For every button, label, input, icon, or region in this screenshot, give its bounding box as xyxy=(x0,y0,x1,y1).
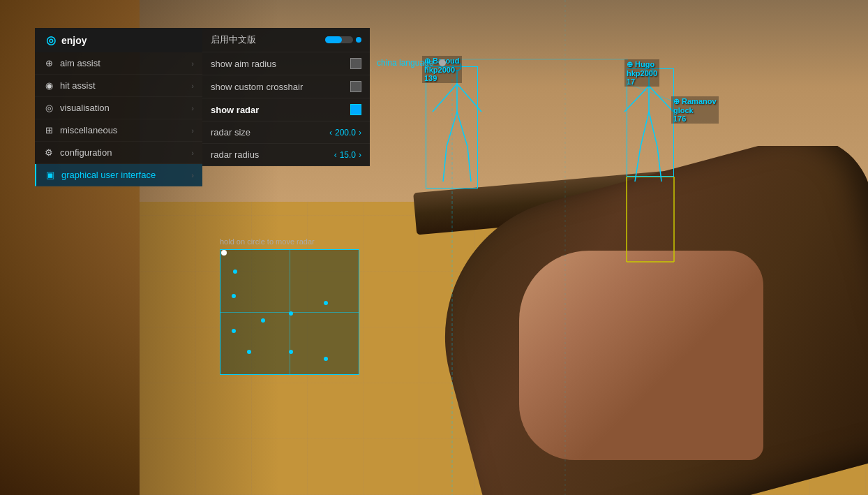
radar-dot xyxy=(232,294,236,298)
show-aim-radius-toggle[interactable] xyxy=(350,58,361,69)
submenu-item-show-radar[interactable]: show radar xyxy=(202,98,370,121)
radar-radius-increase[interactable]: › xyxy=(359,150,361,160)
sidebar-item-visualisation[interactable]: ◎ visualisation › xyxy=(35,97,202,119)
china-language-label: china language xyxy=(377,58,446,68)
svg-line-3 xyxy=(447,112,457,147)
hit-assist-label: hit assist xyxy=(60,80,96,91)
esp-label-hugo: ⊕ Hugo hkp2000 17 xyxy=(624,59,659,87)
radar-dot xyxy=(324,357,328,361)
radar-hint: hold on circle to move radar xyxy=(220,237,359,246)
svg-line-14 xyxy=(657,147,661,182)
hand xyxy=(519,251,763,460)
radar-size-label: radar size xyxy=(211,127,250,138)
sidebar-item-graphical-user-interface[interactable]: ▣ graphical user interface › xyxy=(35,164,202,186)
radar-dot xyxy=(261,318,265,323)
submenu-item-radar-radius[interactable]: radar radius ‹ 15.0 › xyxy=(202,144,370,166)
svg-line-11 xyxy=(641,112,649,147)
misc-label: miscellaneous xyxy=(60,125,117,135)
right-submenu: 启用中文版 show aim radius show custom crossh… xyxy=(202,28,370,166)
show-custom-crosshair-toggle[interactable] xyxy=(350,81,361,92)
show-aim-radius-label: show aim radius xyxy=(211,59,276,69)
radar-size-decrease[interactable]: ‹ xyxy=(329,128,332,138)
left-nav: ⊕ aim assist › ◉ hit assist › ◎ visualis… xyxy=(35,52,202,186)
radar-size-control[interactable]: ‹ 200.0 › xyxy=(329,128,361,138)
toggle-dot xyxy=(356,37,361,43)
svg-line-12 xyxy=(649,112,657,147)
visualisation-arrow: › xyxy=(191,104,194,112)
radar-dot xyxy=(247,350,251,354)
show-radar-toggle[interactable] xyxy=(350,104,361,115)
radar-radius-control[interactable]: ‹ 15.0 › xyxy=(334,150,361,160)
svg-line-6 xyxy=(467,147,471,182)
radar-radius-value: 15.0 xyxy=(340,150,356,160)
radar-radius-label: radar radius xyxy=(211,149,259,160)
svg-line-10 xyxy=(649,86,673,112)
aim-assist-arrow: › xyxy=(191,59,194,68)
aim-assist-icon: ⊕ xyxy=(43,58,54,68)
config-icon: ⚙ xyxy=(43,147,54,158)
misc-icon: ⊞ xyxy=(43,125,54,135)
china-language-text: china language xyxy=(377,58,433,68)
sidebar-item-miscellaneous[interactable]: ⊞ miscellaneous › xyxy=(35,119,202,142)
show-radar-label: show radar xyxy=(211,105,259,115)
radar-dot xyxy=(232,329,236,333)
visualisation-label: visualisation xyxy=(60,103,110,113)
radar-move-handle[interactable] xyxy=(221,250,227,256)
visualisation-icon: ◎ xyxy=(43,103,54,113)
sidebar-item-aim-assist[interactable]: ⊕ aim assist › xyxy=(35,52,202,75)
radar-dot xyxy=(289,350,293,354)
submenu-item-china-lang[interactable]: 启用中文版 xyxy=(202,28,370,52)
radar-radius-decrease[interactable]: ‹ xyxy=(334,150,337,160)
submenu-item-radar-size[interactable]: radar size ‹ 200.0 › xyxy=(202,121,370,144)
show-custom-crosshair-label: show custom crosshair xyxy=(211,82,303,92)
config-label: configuration xyxy=(60,147,112,158)
aim-assist-label: aim assist xyxy=(60,58,100,68)
china-language-toggle[interactable] xyxy=(439,59,446,66)
svg-line-13 xyxy=(635,147,641,182)
hit-assist-icon: ◉ xyxy=(43,80,54,91)
radar-box[interactable] xyxy=(220,249,359,375)
china-lang-toggle[interactable] xyxy=(325,36,361,43)
toggle-bar xyxy=(325,36,353,43)
radar-container: hold on circle to move radar xyxy=(220,237,359,375)
svg-line-5 xyxy=(443,147,447,182)
hit-assist-arrow: › xyxy=(191,82,194,90)
china-lang-label: 启用中文版 xyxy=(211,34,256,46)
sidebar-item-configuration[interactable]: ⚙ configuration › xyxy=(35,142,202,164)
title-text: enjoy xyxy=(61,35,87,46)
radar-size-value: 200.0 xyxy=(335,128,356,138)
svg-line-9 xyxy=(624,86,649,112)
menu-panel: ◎ enjoy ⊕ aim assist › ◉ hit assist › ◎ … xyxy=(35,28,202,186)
radar-size-increase[interactable]: › xyxy=(359,128,361,138)
title-icon: ◎ xyxy=(46,34,56,47)
esp-label-ramanov: ⊕ Ramanov glock 176 xyxy=(671,96,719,124)
svg-line-4 xyxy=(457,112,467,147)
radar-dot xyxy=(233,269,237,274)
misc-arrow: › xyxy=(191,126,194,135)
menu-title: ◎ enjoy xyxy=(35,28,202,52)
gui-label: graphical user interface xyxy=(61,170,156,180)
submenu-item-show-aim-radius[interactable]: show aim radius xyxy=(202,52,370,75)
svg-line-2 xyxy=(457,84,481,112)
svg-line-1 xyxy=(433,84,457,112)
sidebar-item-hit-assist[interactable]: ◉ hit assist › xyxy=(35,75,202,97)
toggle-fill xyxy=(325,36,342,43)
config-arrow: › xyxy=(191,149,194,157)
radar-dot xyxy=(289,311,293,316)
gui-arrow: › xyxy=(191,171,194,179)
gui-icon: ▣ xyxy=(45,170,56,180)
radar-dot xyxy=(324,301,328,305)
submenu-item-show-custom-crosshair[interactable]: show custom crosshair xyxy=(202,75,370,98)
